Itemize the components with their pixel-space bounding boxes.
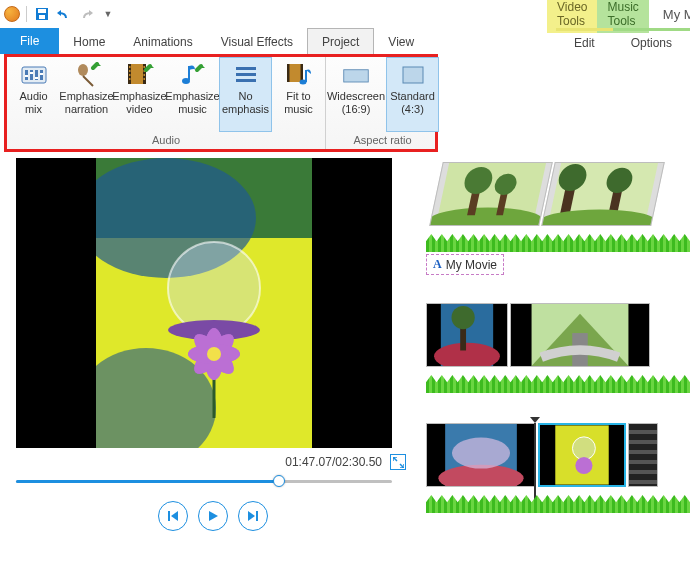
label: Fit to <box>286 90 310 103</box>
svg-rect-20 <box>129 78 131 80</box>
ribbon-group-aspect-ratio: Widescreen (16:9) Standard (4:3) Aspect … <box>326 57 439 149</box>
timeline-clip[interactable] <box>429 162 553 226</box>
save-icon[interactable] <box>33 5 51 23</box>
caption-strip[interactable]: A My Movie <box>426 254 504 275</box>
svg-marker-53 <box>171 511 178 521</box>
emphasize-narration-button[interactable]: Emphasize narration <box>60 57 113 132</box>
timeline-clip-selected[interactable] <box>538 423 626 487</box>
svg-marker-56 <box>248 511 255 521</box>
emphasize-video-button[interactable]: Emphasize video <box>113 57 166 132</box>
svg-point-85 <box>575 457 592 474</box>
no-emphasis-button[interactable]: No emphasis <box>219 57 272 132</box>
tab-visual-effects[interactable]: Visual Effects <box>207 28 307 54</box>
audio-track-waveform[interactable] <box>426 375 690 393</box>
timeline-clip[interactable] <box>426 303 508 367</box>
svg-rect-24 <box>143 78 145 80</box>
standard-button[interactable]: Standard (4:3) <box>386 57 439 132</box>
svg-rect-18 <box>129 70 131 72</box>
svg-point-81 <box>452 438 510 469</box>
fit-to-music-button[interactable]: Fit to music <box>272 57 325 132</box>
label: video <box>126 103 152 116</box>
tab-edit[interactable]: Edit <box>556 28 613 54</box>
text-icon: A <box>433 257 442 272</box>
ribbon-group-label: Aspect ratio <box>326 132 439 149</box>
label: (4:3) <box>401 103 424 116</box>
next-frame-button[interactable] <box>238 501 268 531</box>
mixer-icon <box>19 62 49 88</box>
svg-rect-36 <box>403 67 423 83</box>
standard-ratio-icon <box>398 62 428 88</box>
svg-rect-28 <box>236 67 256 70</box>
timeline-row[interactable] <box>426 162 690 226</box>
label: music <box>178 103 207 116</box>
tab-project[interactable]: Project <box>307 28 374 54</box>
playhead[interactable] <box>534 423 536 507</box>
label: emphasis <box>222 103 269 116</box>
quick-access-toolbar: ▼ <box>4 5 117 23</box>
preview-pane: 01:47.07/02:30.50 <box>0 152 420 572</box>
prev-frame-button[interactable] <box>158 501 188 531</box>
time-display: 01:47.07/02:30.50 <box>285 455 382 469</box>
label: Audio <box>19 90 47 103</box>
timeline-row[interactable] <box>426 423 690 487</box>
widescreen-icon <box>341 62 371 88</box>
content-area: 01:47.07/02:30.50 <box>0 152 690 572</box>
svg-rect-19 <box>129 74 131 76</box>
emphasize-music-button[interactable]: Emphasize music <box>166 57 219 132</box>
tab-options[interactable]: Options <box>613 28 690 54</box>
audio-track-waveform[interactable] <box>426 495 690 513</box>
film-icon <box>125 62 155 88</box>
timeline-row[interactable] <box>426 303 690 367</box>
ribbon-group-label: Audio <box>7 132 325 149</box>
svg-rect-10 <box>35 77 38 79</box>
qat-dropdown-icon[interactable]: ▼ <box>99 5 117 23</box>
tab-animations[interactable]: Animations <box>119 28 206 54</box>
svg-marker-13 <box>97 62 101 66</box>
label: Standard <box>390 90 435 103</box>
timeline-clip[interactable] <box>426 423 536 487</box>
timeline-clip[interactable] <box>628 423 658 487</box>
svg-point-26 <box>182 78 190 84</box>
undo-icon[interactable] <box>55 5 73 23</box>
label: mix <box>25 103 42 116</box>
svg-rect-11 <box>40 73 43 75</box>
tab-home[interactable]: Home <box>59 28 119 54</box>
label: Emphasize <box>112 90 166 103</box>
fit-music-icon <box>284 62 314 88</box>
timeline-clip[interactable] <box>541 162 665 226</box>
fullscreen-button[interactable] <box>390 454 406 470</box>
svg-point-84 <box>572 437 595 460</box>
play-button[interactable] <box>198 501 228 531</box>
balance-icon <box>231 62 261 88</box>
audio-track-waveform[interactable] <box>426 234 690 252</box>
microphone-icon <box>72 62 102 88</box>
label: (16:9) <box>342 103 371 116</box>
preview-frame-image <box>96 158 312 448</box>
svg-rect-52 <box>168 511 170 521</box>
label: Emphasize <box>165 90 219 103</box>
widescreen-button[interactable]: Widescreen (16:9) <box>326 57 386 132</box>
ribbon-project: Audio mix Emphasize narration Emphasize … <box>7 57 435 149</box>
tab-view[interactable]: View <box>374 28 428 54</box>
tab-file[interactable]: File <box>0 28 59 54</box>
seek-slider[interactable] <box>16 480 392 483</box>
app-icon[interactable] <box>4 6 20 22</box>
ribbon-highlight: Audio mix Emphasize narration Emphasize … <box>4 54 438 152</box>
svg-rect-1 <box>38 9 46 13</box>
svg-rect-17 <box>129 66 131 68</box>
menubar: File Home Animations Visual Effects Proj… <box>0 28 690 54</box>
svg-point-12 <box>78 64 88 76</box>
svg-rect-8 <box>25 75 28 77</box>
svg-rect-23 <box>143 74 145 76</box>
timeline-clip[interactable] <box>510 303 650 367</box>
svg-rect-35 <box>344 70 369 82</box>
preview-viewport[interactable] <box>16 158 392 448</box>
audio-mix-button[interactable]: Audio mix <box>7 57 60 132</box>
svg-point-51 <box>207 347 221 361</box>
redo-icon[interactable] <box>77 5 95 23</box>
svg-rect-5 <box>30 70 33 80</box>
svg-rect-21 <box>143 66 145 68</box>
svg-rect-9 <box>30 72 33 74</box>
ribbon-group-audio: Audio mix Emphasize narration Emphasize … <box>7 57 326 149</box>
caption-text: My Movie <box>446 258 497 272</box>
